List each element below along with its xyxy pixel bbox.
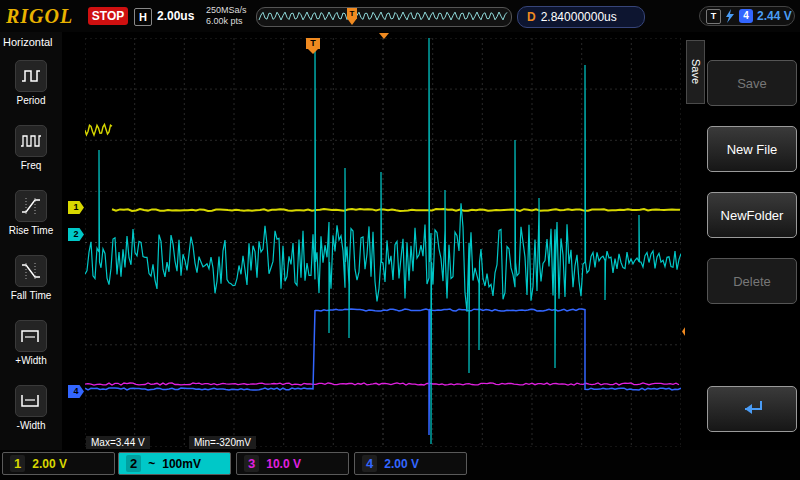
lightning-bolt-icon — [725, 9, 735, 23]
trigger-label: T — [706, 9, 721, 24]
sample-rate-info: 250MSa/s 6.00k pts — [206, 5, 247, 27]
delay-readout: D 2.84000000us — [517, 6, 645, 28]
new-folder-button[interactable]: NewFolder — [707, 192, 797, 238]
channel-number: 1 — [10, 455, 25, 472]
trigger-source-badge: 4 — [739, 9, 753, 23]
rise-time-icon — [15, 190, 47, 222]
sidebar-item-freq[interactable]: Freq — [0, 125, 62, 185]
channel-4-status[interactable]: 4 2.00 V — [354, 452, 467, 475]
sidebar-item-label: Period — [17, 95, 46, 106]
ac-coupling-icon: ~ — [148, 457, 155, 471]
trigger-level-value: 2.44 V — [757, 9, 792, 23]
sidebar-item-label: -Width — [17, 420, 46, 431]
save-menu-panel: Save Save New File NewFolder Delete — [685, 32, 800, 450]
trigger-position-flag: T — [306, 38, 320, 54]
oscilloscope-screen: RIGOL STOP H 2.00us 250MSa/s 6.00k pts T… — [0, 0, 800, 480]
delay-label: D — [527, 10, 536, 24]
channel-scale: 2.00 V — [384, 457, 419, 471]
horizontal-indicator: H — [134, 8, 152, 26]
channel-2-status[interactable]: 2 ~ 100mV — [118, 452, 231, 475]
delete-button[interactable]: Delete — [707, 258, 797, 304]
sidebar-item-label: +Width — [15, 355, 46, 366]
horizontal-position-ruler[interactable]: T — [256, 7, 512, 27]
sidebar-item-period[interactable]: Period — [0, 60, 62, 120]
delay-value: 2.84000000us — [541, 10, 617, 24]
save-button[interactable]: Save — [707, 60, 797, 106]
ruler-waveform-icon — [257, 8, 509, 24]
channel-number: 2 — [126, 455, 141, 472]
plus-width-icon — [15, 320, 47, 352]
sidebar-title: Horizontal — [3, 36, 53, 48]
sidebar-item-label: Freq — [21, 160, 42, 171]
delay-position-pointer — [379, 33, 389, 39]
channel-scale: 100mV — [162, 457, 201, 471]
sidebar-item-fall-time[interactable]: Fall Time — [0, 255, 62, 315]
minus-width-icon — [15, 385, 47, 417]
return-arrow-icon — [737, 398, 767, 420]
memory-depth: 6.00k pts — [206, 16, 247, 27]
channel-scale: 10.0 V — [266, 457, 301, 471]
new-file-button[interactable]: New File — [707, 126, 797, 172]
sidebar-item-pos-width[interactable]: +Width — [0, 320, 62, 380]
timebase-value: 2.00us — [157, 9, 194, 23]
menu-tab-save: Save — [686, 40, 705, 104]
max-measurement: Max=3.44 V — [86, 436, 150, 449]
run-state-badge: STOP — [88, 7, 128, 25]
sidebar-item-neg-width[interactable]: -Width — [0, 385, 62, 445]
fall-time-icon — [15, 255, 47, 287]
top-bar: RIGOL STOP H 2.00us 250MSa/s 6.00k pts T… — [0, 0, 800, 32]
period-icon — [15, 60, 47, 92]
trigger-flag-pointer — [308, 49, 318, 54]
channel-scale: 2.00 V — [32, 457, 67, 471]
brand-logo: RIGOL — [6, 5, 73, 28]
channel-number: 4 — [362, 455, 377, 472]
channel-2-marker: 2 — [68, 228, 84, 241]
channel-status-bar: 1 2.00 V 2 ~ 100mV 3 10.0 V 4 2.00 V — [0, 450, 800, 480]
channel-1-status[interactable]: 1 2.00 V — [2, 452, 115, 475]
freq-icon — [15, 125, 47, 157]
min-measurement: Min=-320mV — [189, 436, 256, 449]
sidebar-item-label: Fall Time — [11, 290, 52, 301]
trigger-flag-label: T — [306, 38, 320, 49]
measure-sidebar: Horizontal Period Freq Rise Time — [0, 32, 62, 450]
sidebar-item-rise-time[interactable]: Rise Time — [0, 190, 62, 250]
channel-number: 3 — [244, 455, 259, 472]
graticule-display — [85, 38, 681, 447]
back-button[interactable] — [707, 386, 797, 432]
sidebar-item-label: Rise Time — [9, 225, 53, 236]
trigger-readout: T 4 2.44 V — [699, 6, 795, 26]
channel-3-status[interactable]: 3 10.0 V — [236, 452, 349, 475]
channel-4-marker: 4 — [68, 385, 84, 398]
channel-1-marker: 1 — [68, 201, 84, 214]
sample-rate: 250MSa/s — [206, 5, 247, 16]
